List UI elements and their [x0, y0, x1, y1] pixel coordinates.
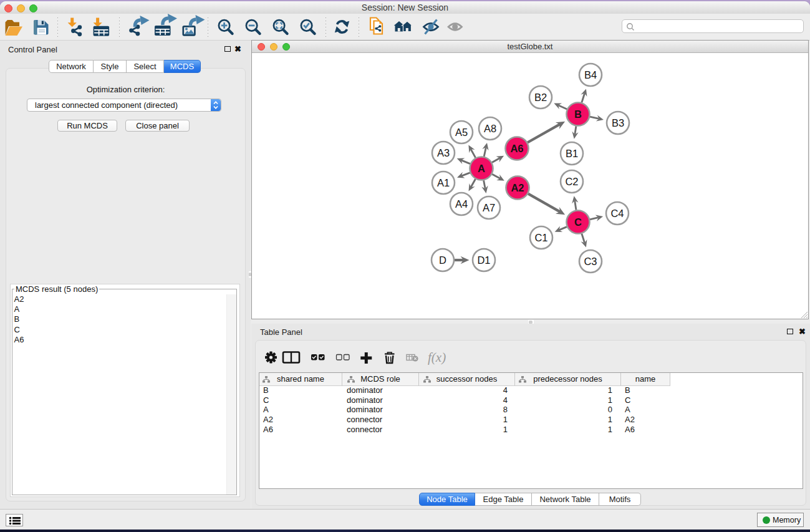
svg-text:A2: A2 [511, 182, 524, 193]
svg-text:A4: A4 [455, 198, 468, 210]
svg-text:B2: B2 [534, 92, 547, 103]
svg-text:A: A [478, 163, 485, 174]
svg-text:D: D [439, 254, 446, 266]
svg-text:C4: C4 [610, 208, 624, 219]
svg-text:A1: A1 [437, 177, 450, 188]
svg-text:A8: A8 [484, 123, 496, 134]
svg-text:C2: C2 [565, 176, 578, 187]
svg-text:C: C [574, 216, 582, 228]
svg-text:A7: A7 [483, 202, 495, 213]
svg-text:A5: A5 [455, 127, 468, 138]
svg-text:D1: D1 [477, 254, 490, 266]
svg-text:C3: C3 [584, 256, 597, 267]
svg-text:B1: B1 [566, 148, 578, 159]
svg-text:B4: B4 [584, 69, 597, 80]
svg-text:A6: A6 [510, 143, 523, 154]
svg-text:f(x): f(x) [428, 350, 446, 365]
svg-text:C1: C1 [534, 232, 547, 243]
svg-text:A3: A3 [437, 147, 450, 158]
svg-text:B: B [574, 109, 582, 120]
svg-text:B3: B3 [612, 117, 624, 128]
